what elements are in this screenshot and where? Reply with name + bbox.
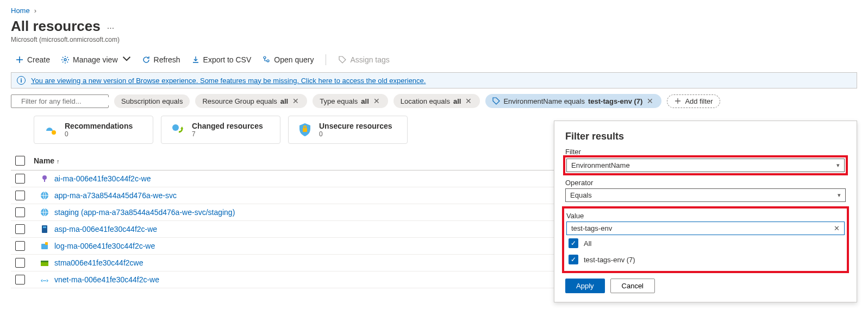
add-filter-button[interactable]: Add filter [667,94,720,108]
more-icon[interactable]: ··· [107,23,114,33]
filter-text-input[interactable] [11,94,109,108]
pill-environment-name[interactable]: EnvironmentName equals test-tags-env (7)… [485,94,661,108]
pill-subscription[interactable]: Subscription equals [114,94,190,108]
clear-icon[interactable]: ✕ [834,224,840,232]
filter-field-label: Filter [565,148,846,156]
resource-type-icon [40,242,49,250]
plus-icon [15,55,24,64]
open-query-button[interactable]: Open query [258,53,318,66]
plus-icon [674,97,682,105]
svg-rect-7 [44,180,45,182]
svg-rect-13 [45,242,48,245]
cancel-button[interactable]: Cancel [610,279,655,288]
resource-link[interactable]: stma006e41fe30c44f2cwe [54,258,143,267]
svg-rect-15 [41,261,48,262]
tenant-label: Microsoft (microsoft.onmicrosoft.com) [0,35,868,50]
row-checkbox[interactable] [15,275,25,285]
svg-point-3 [52,130,56,135]
option-label: test-tags-env (7) [584,256,635,264]
card-title: Changed resources [192,122,263,130]
resource-type-icon [40,174,49,183]
resource-type-icon [40,275,49,284]
resource-link[interactable]: asp-ma-006e41fe30c44f2c-we [54,225,157,233]
gear-icon [61,55,70,64]
refresh-button[interactable]: Refresh [138,53,185,66]
download-icon [191,55,200,64]
filter-select[interactable]: EnvironmentName▾ [566,159,845,172]
resource-type-icon [40,225,49,233]
close-icon[interactable]: ✕ [372,97,381,105]
assign-tags-button: Assign tags [334,53,394,66]
row-checkbox[interactable] [15,258,25,268]
resource-type-icon [40,258,49,267]
svg-point-18 [45,280,46,281]
banner-link[interactable]: You are viewing a new version of Browse … [31,77,426,85]
value-input[interactable]: test-tags-env✕ [566,222,845,235]
tag-icon [492,97,500,105]
svg-point-2 [267,60,269,62]
operator-select[interactable]: Equals▾ [565,188,846,202]
filter-results-callout: Filter results Filter EnvironmentName▾ O… [554,121,857,288]
chevron-right-icon: › [34,7,36,15]
info-banner: i You are viewing a new version of Brows… [11,72,857,89]
info-icon: i [17,76,26,85]
card-count: 7 [192,130,263,138]
select-all-checkbox[interactable] [15,156,25,166]
checkbox-checked-icon[interactable]: ✓ [569,255,578,264]
checkbox-checked-icon[interactable]: ✓ [569,238,578,248]
card-count: 0 [319,130,392,138]
close-icon[interactable]: ✕ [646,97,654,105]
resource-link[interactable]: staging (app-ma-a73a8544a45d476a-we-svc/… [54,208,235,217]
card-unsecure[interactable]: Unsecure resources0 [288,116,408,144]
pill-type[interactable]: Type equals all✕ [313,94,388,108]
toolbar-separator [326,54,326,65]
filter-field-input[interactable] [21,97,113,105]
manage-view-button[interactable]: Manage view [57,52,135,67]
svg-point-4 [172,124,179,131]
toolbar: Create Manage view Refresh Export to CSV… [0,50,868,72]
apply-button[interactable]: Apply [565,279,605,288]
pill-location[interactable]: Location equals all✕ [394,94,480,108]
page-title: All resources [11,18,101,35]
card-title: Recommendations [65,122,133,130]
value-field-label: Value [566,212,845,220]
tag-icon [338,55,347,64]
breadcrumb-home[interactable]: Home [11,7,30,15]
row-checkbox[interactable] [15,207,25,217]
filter-bar: Subscription equals Resource Group equal… [0,94,868,116]
close-icon[interactable]: ✕ [291,97,300,105]
option-label: All [584,239,591,248]
breadcrumb: Home › [0,0,868,15]
card-count: 0 [65,130,133,138]
refresh-icon [142,55,151,64]
operator-field-label: Operator [565,179,846,187]
close-icon[interactable]: ✕ [464,97,473,105]
row-checkbox[interactable] [15,224,25,234]
option-all[interactable]: ✓ All [566,235,845,251]
sort-asc-icon: ↑ [57,158,60,165]
svg-point-0 [64,59,66,61]
svg-point-16 [43,280,44,281]
export-csv-button[interactable]: Export to CSV [187,53,256,66]
bulb-cloud-icon [43,122,58,137]
resource-link[interactable]: log-ma-006e41fe30c44f2c-we [54,242,155,250]
option-tag[interactable]: ✓ test-tags-env (7) [566,251,845,268]
svg-point-1 [264,56,266,59]
svg-rect-5 [303,128,307,132]
row-checkbox[interactable] [15,241,25,251]
create-button[interactable]: Create [11,53,54,66]
card-recommendations[interactable]: Recommendations0 [34,116,153,144]
pill-resource-group[interactable]: Resource Group equals all✕ [195,94,307,108]
svg-rect-11 [43,226,46,228]
chevron-down-icon: ▾ [836,162,840,169]
card-changed[interactable]: Changed resources7 [161,116,280,144]
resource-link[interactable]: ai-ma-006e41fe30c44f2c-we [54,174,151,183]
change-icon [170,122,185,137]
resource-link[interactable]: app-ma-a73a8544a45d476a-we-svc [54,191,177,200]
resource-type-icon [40,191,49,200]
svg-point-17 [44,280,45,281]
resource-link[interactable]: vnet-ma-006e41fe30c44f2c-we [54,275,159,284]
row-checkbox[interactable] [15,191,25,200]
row-checkbox[interactable] [15,174,25,184]
svg-point-6 [42,175,47,180]
